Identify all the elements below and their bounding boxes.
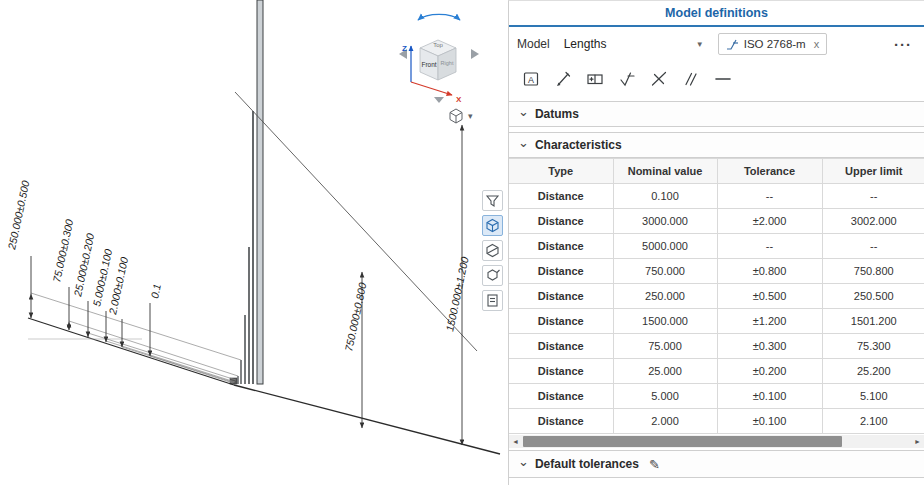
- rotate-right-arrow-icon[interactable]: [471, 49, 479, 59]
- dimension-label[interactable]: 250.000±0.500: [5, 179, 32, 251]
- show-annotations-button[interactable]: [482, 215, 503, 236]
- cell-nominal-value[interactable]: 1500.000: [613, 309, 717, 334]
- cell-tolerance[interactable]: ±0.500: [717, 284, 822, 309]
- default-tolerances-section-header[interactable]: ⌄ Default tolerances ✎: [509, 450, 924, 478]
- cell-tolerance[interactable]: ±1.200: [717, 309, 822, 334]
- cell-tolerance[interactable]: ±0.800: [717, 259, 822, 284]
- cell-upper-limit[interactable]: 1501.200: [822, 309, 924, 334]
- cell-tolerance[interactable]: ±0.100: [717, 384, 822, 409]
- table-row[interactable]: Distance 0.100 -- --: [509, 184, 924, 209]
- horizontal-scrollbar[interactable]: ◄ ►: [509, 435, 924, 448]
- cell-type[interactable]: Distance: [509, 334, 613, 359]
- scrollbar-thumb[interactable]: [523, 436, 842, 447]
- close-icon[interactable]: x: [814, 38, 820, 50]
- horizontal-line-icon: [714, 70, 732, 88]
- cell-upper-limit[interactable]: 75.300: [822, 334, 924, 359]
- cell-type[interactable]: Distance: [509, 184, 613, 209]
- dimension-label[interactable]: 750.000±0.800: [342, 281, 368, 352]
- chevron-down-icon: ▼: [696, 40, 704, 49]
- show-dimensions-button[interactable]: [482, 190, 503, 211]
- surface-finish-tool-button[interactable]: [615, 67, 639, 91]
- table-row[interactable]: Distance 25.000 ±0.200 25.200: [509, 359, 924, 384]
- cell-type[interactable]: Distance: [509, 259, 613, 284]
- rotate-down-arrow-icon[interactable]: [434, 97, 444, 103]
- app-window: 250.000±0.500 75.000±0.300 25.000±0.200 …: [0, 0, 924, 485]
- datums-section-header[interactable]: ⌄ Datums: [509, 101, 924, 127]
- table-row[interactable]: Distance 5.000 ±0.100 5.100: [509, 384, 924, 409]
- chevron-down-icon: ⌄: [518, 457, 529, 467]
- header-type: Type: [509, 159, 613, 184]
- exploded-view-button[interactable]: [482, 265, 503, 286]
- cell-nominal-value[interactable]: 75.000: [613, 334, 717, 359]
- cell-type[interactable]: Distance: [509, 209, 613, 234]
- cell-upper-limit[interactable]: 750.800: [822, 259, 924, 284]
- cell-type[interactable]: Distance: [509, 284, 613, 309]
- cell-upper-limit[interactable]: 5.100: [822, 384, 924, 409]
- characteristics-section-label: Characteristics: [535, 138, 622, 152]
- cell-upper-limit[interactable]: 25.200: [822, 359, 924, 384]
- dimension-label[interactable]: 0.1: [148, 283, 163, 300]
- cube-stack-icon: [485, 218, 500, 233]
- table-row[interactable]: Distance 3000.000 ±2.000 3002.000: [509, 209, 924, 234]
- cell-upper-limit[interactable]: 250.500: [822, 284, 924, 309]
- 3d-viewport[interactable]: 250.000±0.500 75.000±0.300 25.000±0.200 …: [0, 0, 508, 485]
- cell-tolerance[interactable]: ±0.200: [717, 359, 822, 384]
- table-row[interactable]: Distance 1500.000 ±1.200 1501.200: [509, 309, 924, 334]
- rotate-view-arrows[interactable]: [418, 14, 460, 20]
- geometric-tolerance-tool-button[interactable]: [583, 67, 607, 91]
- line-tool-button[interactable]: [711, 67, 735, 91]
- cell-nominal-value[interactable]: 5000.000: [613, 234, 717, 259]
- model-select[interactable]: Lengths ▼: [558, 34, 710, 54]
- cell-type[interactable]: Distance: [509, 409, 613, 434]
- view-settings-cube-button[interactable]: ▾: [448, 108, 473, 124]
- cell-upper-limit[interactable]: --: [822, 184, 924, 209]
- cube-icon: [448, 108, 464, 124]
- header-tolerance: Tolerance: [717, 159, 822, 184]
- cell-tolerance[interactable]: ±0.300: [717, 334, 822, 359]
- scroll-left-button[interactable]: ◄: [509, 435, 522, 448]
- note-tool-button[interactable]: A: [519, 67, 543, 91]
- measure-button[interactable]: [482, 290, 503, 311]
- clipboard-icon: [485, 293, 500, 308]
- cell-tolerance[interactable]: ±0.100: [717, 409, 822, 434]
- edit-pencil-icon[interactable]: ✎: [649, 457, 660, 472]
- dimension-label[interactable]: 1500.000±1.200: [443, 256, 471, 333]
- cell-type[interactable]: Distance: [509, 234, 613, 259]
- cell-type[interactable]: Distance: [509, 359, 613, 384]
- cell-nominal-value[interactable]: 250.000: [613, 284, 717, 309]
- table-row[interactable]: Distance 75.000 ±0.300 75.300: [509, 334, 924, 359]
- cell-type[interactable]: Distance: [509, 384, 613, 409]
- cell-nominal-value[interactable]: 5.000: [613, 384, 717, 409]
- table-row[interactable]: Distance 5000.000 -- --: [509, 234, 924, 259]
- view-cube-body[interactable]: Top Front Right: [420, 40, 456, 80]
- cell-upper-limit[interactable]: 2.100: [822, 409, 924, 434]
- table-row[interactable]: Distance 2.000 ±0.100 2.100: [509, 409, 924, 434]
- dimension-label[interactable]: 75.000±0.300: [50, 218, 75, 283]
- extension-lines: [31, 293, 241, 383]
- centerline-tool-button[interactable]: [647, 67, 671, 91]
- cell-tolerance[interactable]: ±2.000: [717, 209, 822, 234]
- cell-nominal-value[interactable]: 25.000: [613, 359, 717, 384]
- table-row[interactable]: Distance 750.000 ±0.800 750.800: [509, 259, 924, 284]
- cell-upper-limit[interactable]: 3002.000: [822, 209, 924, 234]
- cell-nominal-value[interactable]: 0.100: [613, 184, 717, 209]
- scrollbar-track[interactable]: [522, 435, 911, 448]
- cell-nominal-value[interactable]: 750.000: [613, 259, 717, 284]
- section-view-button[interactable]: [482, 240, 503, 261]
- cell-tolerance[interactable]: --: [717, 234, 822, 259]
- characteristics-section-header[interactable]: ⌄ Characteristics: [509, 132, 924, 158]
- overflow-menu-button[interactable]: ···: [890, 36, 916, 53]
- cell-tolerance[interactable]: --: [717, 184, 822, 209]
- chevron-down-icon: ▾: [468, 111, 473, 121]
- table-row[interactable]: Distance 250.000 ±0.500 250.500: [509, 284, 924, 309]
- cell-nominal-value[interactable]: 3000.000: [613, 209, 717, 234]
- cell-upper-limit[interactable]: --: [822, 234, 924, 259]
- cell-type[interactable]: Distance: [509, 309, 613, 334]
- view-cube[interactable]: Top Front Right Z X: [396, 4, 482, 106]
- standard-chip[interactable]: ISO 2768-m x: [718, 33, 828, 55]
- scroll-right-button[interactable]: ►: [911, 435, 924, 448]
- cell-nominal-value[interactable]: 2.000: [613, 409, 717, 434]
- dimension-label[interactable]: 25.000±0.200: [71, 232, 96, 298]
- datum-tool-button[interactable]: [551, 67, 575, 91]
- parallel-lines-tool-button[interactable]: [679, 67, 703, 91]
